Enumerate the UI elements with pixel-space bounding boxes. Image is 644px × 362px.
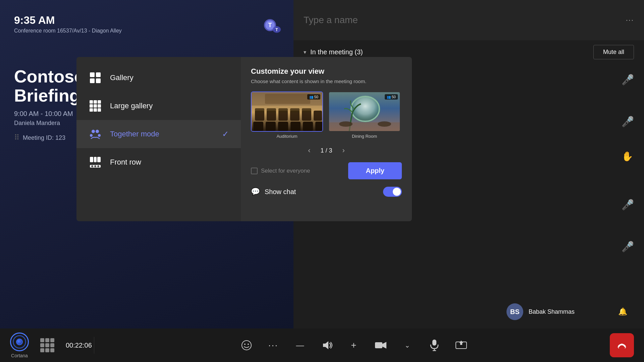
reactions-button[interactable] xyxy=(236,335,257,356)
svg-rect-39 xyxy=(290,122,301,131)
end-call-button[interactable] xyxy=(610,333,634,357)
chat-icon: 💬 xyxy=(251,187,260,196)
svg-rect-7 xyxy=(90,78,95,83)
cortana-circle xyxy=(10,333,29,351)
show-chat-row: 💬 Show chat xyxy=(251,187,402,197)
camera-button[interactable] xyxy=(370,335,391,356)
time-display: 9:35 AM Conference room 16537/Av/13 - Di… xyxy=(14,14,122,34)
svg-rect-46 xyxy=(302,108,311,112)
svg-rect-5 xyxy=(90,72,95,77)
search-placeholder[interactable]: Type a name xyxy=(304,15,358,25)
svg-point-54 xyxy=(378,121,391,127)
mic-icon-3: 🎤 xyxy=(622,199,634,210)
auditorium-badge: 👥 50 xyxy=(307,94,320,100)
svg-point-57 xyxy=(248,344,249,345)
select-everyone-checkbox[interactable] xyxy=(251,168,258,174)
camera-more-button[interactable]: ⌄ xyxy=(397,335,418,356)
svg-point-18 xyxy=(92,130,95,133)
cortana-button[interactable]: Cortana xyxy=(10,333,36,358)
auditorium-scene-thumb[interactable]: 👥 50 xyxy=(251,92,323,132)
grid-view-button[interactable] xyxy=(40,337,54,354)
svg-rect-24 xyxy=(97,157,101,162)
microphone-button[interactable] xyxy=(424,335,445,356)
svg-rect-40 xyxy=(303,122,313,131)
svg-line-67 xyxy=(625,347,626,348)
view-selector-popup: Gallery Large gallery xyxy=(76,57,412,221)
mic-icon-4: 🎤 xyxy=(622,241,634,252)
svg-rect-41 xyxy=(315,122,323,131)
toggle-knob xyxy=(393,188,401,196)
search-input-area[interactable]: Type a name xyxy=(304,15,619,25)
room-info: Conference room 16537/Av/13 - Diagon All… xyxy=(14,28,122,34)
svg-marker-58 xyxy=(323,341,328,349)
svg-point-55 xyxy=(242,341,251,350)
svg-rect-59 xyxy=(375,342,382,348)
customize-view-panel: Customize your view Choose what content … xyxy=(241,57,412,221)
gallery-icon xyxy=(89,71,102,84)
bottom-toolbar: Cortana 00:22:06 ··· — xyxy=(0,328,644,362)
chevron-down-icon[interactable]: ▾ xyxy=(304,49,306,55)
gallery-menu-item[interactable]: Gallery xyxy=(76,64,241,92)
together-mode-label: Together mode xyxy=(110,130,159,138)
front-row-label: Front row xyxy=(110,158,141,167)
svg-rect-15 xyxy=(90,108,93,112)
action-row: Select for everyone Apply xyxy=(251,162,402,179)
apply-button[interactable]: Apply xyxy=(348,162,402,179)
show-chat-label: 💬 Show chat xyxy=(251,187,296,196)
hand-raise-icon: ✋ xyxy=(622,151,634,162)
toolbar-divider xyxy=(94,337,94,354)
next-scene-button[interactable]: › xyxy=(342,146,345,155)
participant-bell-icon: 🔔 xyxy=(618,307,627,316)
search-bar: Type a name ··· xyxy=(293,0,644,40)
share-screen-button[interactable] xyxy=(450,335,472,356)
customize-subtitle: Choose what content is shown in the meet… xyxy=(251,78,402,84)
svg-rect-36 xyxy=(253,122,263,131)
svg-rect-12 xyxy=(90,104,93,108)
svg-marker-60 xyxy=(382,342,386,349)
svg-rect-14 xyxy=(98,104,101,108)
mute-all-button[interactable]: Mute all xyxy=(593,45,634,59)
participant-row: BS Babak Shammas 🔔 xyxy=(500,300,634,323)
svg-point-27 xyxy=(94,165,96,167)
minimize-button[interactable]: — xyxy=(289,335,311,356)
add-participant-button[interactable]: + xyxy=(343,335,365,356)
together-mode-icon xyxy=(89,127,102,141)
more-options-button[interactable]: ··· xyxy=(263,335,284,356)
svg-point-53 xyxy=(339,121,353,127)
svg-rect-22 xyxy=(90,157,93,162)
select-everyone-label[interactable]: Select for everyone xyxy=(251,168,310,174)
toolbar-center: ··· — + ⌄ xyxy=(98,335,610,356)
svg-rect-23 xyxy=(94,157,97,162)
more-options-icon[interactable]: ··· xyxy=(626,16,634,24)
selected-checkmark: ✓ xyxy=(222,129,229,139)
prev-scene-button[interactable]: ‹ xyxy=(308,146,310,155)
scene-pagination: ‹ 1 / 3 › xyxy=(251,146,402,155)
view-menu-panel: Gallery Large gallery xyxy=(76,57,241,221)
front-row-menu-item[interactable]: Front row xyxy=(76,148,241,176)
dining-room-scene-thumb[interactable]: 👥 50 xyxy=(328,92,400,132)
svg-rect-45 xyxy=(290,108,300,112)
dining-room-label: Dining Room xyxy=(352,134,377,139)
toolbar-left: Cortana 00:22:06 xyxy=(10,333,91,358)
svg-point-56 xyxy=(244,344,246,345)
together-mode-menu-item[interactable]: Together mode ✓ xyxy=(76,120,241,148)
svg-rect-10 xyxy=(94,100,97,104)
current-time: 9:35 AM xyxy=(14,14,122,26)
dining-room-badge: 👥 50 xyxy=(385,94,398,100)
svg-rect-35 xyxy=(314,111,322,121)
svg-point-21 xyxy=(98,134,101,137)
mic-icon-2: 🎤 xyxy=(622,116,634,127)
participant-avatar: BS xyxy=(506,303,523,320)
svg-line-66 xyxy=(618,347,619,348)
svg-text:T: T xyxy=(275,27,278,32)
volume-button[interactable] xyxy=(316,335,338,356)
call-timer: 00:22:06 xyxy=(66,342,92,349)
show-chat-toggle[interactable] xyxy=(383,187,402,197)
large-gallery-menu-item[interactable]: Large gallery xyxy=(76,92,241,120)
svg-point-28 xyxy=(97,165,99,167)
mic-icon-1: 🎤 xyxy=(622,74,634,85)
svg-rect-43 xyxy=(267,108,276,112)
svg-rect-38 xyxy=(278,122,288,131)
participant-name: Babak Shammas xyxy=(529,308,575,315)
svg-point-20 xyxy=(90,134,93,137)
